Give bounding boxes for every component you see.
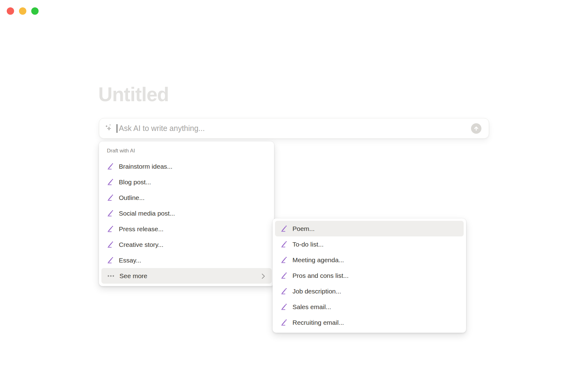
- menu-item[interactable]: Social media post...: [101, 205, 272, 221]
- menu-item-label: Creative story...: [119, 241, 163, 248]
- menu-item[interactable]: Sales email...: [275, 299, 464, 315]
- chevron-right-icon: [259, 272, 267, 280]
- menu-item-label: Recruiting email...: [292, 319, 344, 326]
- ai-input-placeholder: Ask AI to write anything...: [119, 124, 205, 133]
- menu-item[interactable]: Essay...: [101, 252, 272, 268]
- menu-item-label: Sales email...: [292, 303, 331, 311]
- pencil-icon: [281, 303, 288, 311]
- pencil-icon: [281, 319, 288, 326]
- menu-item[interactable]: Poem...: [275, 221, 464, 236]
- pencil-icon: [107, 178, 114, 186]
- page-title-placeholder[interactable]: Untitled: [98, 83, 169, 105]
- pencil-icon: [107, 163, 114, 170]
- pencil-icon: [107, 241, 114, 248]
- menu-item-label: Job description...: [292, 288, 341, 295]
- draft-with-ai-menu: Draft with AI Brainstorm ideas... Blog p…: [99, 141, 274, 286]
- draft-menu-items: Brainstorm ideas... Blog post... Outline…: [101, 159, 272, 268]
- menu-item-label: Pros and cons list...: [292, 272, 349, 279]
- menu-item[interactable]: To-do list...: [275, 236, 464, 252]
- menu-item[interactable]: Blog post...: [101, 174, 272, 190]
- notion-window: Untitled Ask AI to write anything... Dra…: [0, 0, 588, 368]
- menu-item-label: Essay...: [119, 257, 141, 264]
- pencil-icon: [107, 210, 114, 217]
- see-more-submenu: Poem... To-do list... Meeting agenda...: [273, 218, 466, 333]
- arrow-up-icon: [473, 125, 479, 132]
- menu-item-label: Poem...: [292, 225, 315, 232]
- menu-item[interactable]: Job description...: [275, 283, 464, 299]
- draft-menu-header: Draft with AI: [107, 148, 272, 154]
- pencil-icon: [281, 256, 288, 264]
- text-caret: [117, 124, 117, 133]
- menu-item-label: Brainstorm ideas...: [119, 163, 172, 170]
- submit-button[interactable]: [471, 123, 481, 134]
- menu-item[interactable]: Pros and cons list...: [275, 268, 464, 283]
- window-zoom-button[interactable]: [31, 7, 39, 15]
- menu-item-label: To-do list...: [292, 241, 324, 248]
- menu-item[interactable]: Recruiting email...: [275, 315, 464, 330]
- window-close-button[interactable]: [7, 7, 14, 15]
- menu-item-label: Social media post...: [119, 210, 175, 217]
- window-minimize-button[interactable]: [19, 7, 26, 15]
- menu-item-label: Outline...: [119, 194, 145, 201]
- pencil-icon: [107, 225, 114, 233]
- window-controls: [7, 7, 39, 15]
- pencil-icon: [281, 241, 288, 248]
- pencil-icon: [107, 257, 114, 264]
- pencil-icon: [281, 272, 288, 279]
- ai-input-bar[interactable]: Ask AI to write anything...: [99, 118, 489, 139]
- menu-item[interactable]: Creative story...: [101, 237, 272, 252]
- sparkle-icon: [104, 124, 114, 133]
- pencil-icon: [281, 288, 288, 295]
- ellipsis-icon: [107, 272, 115, 280]
- see-more-label: See more: [119, 272, 147, 280]
- menu-item-label: Press release...: [119, 225, 164, 233]
- menu-item-label: Meeting agenda...: [292, 256, 344, 264]
- menu-item-see-more[interactable]: See more: [101, 268, 272, 284]
- menu-item[interactable]: Outline...: [101, 190, 272, 205]
- pencil-icon: [107, 194, 114, 201]
- menu-item[interactable]: Press release...: [101, 221, 272, 237]
- menu-item[interactable]: Brainstorm ideas...: [101, 159, 272, 174]
- menu-item-label: Blog post...: [119, 178, 151, 186]
- menu-item[interactable]: Meeting agenda...: [275, 252, 464, 268]
- pencil-icon: [281, 225, 288, 232]
